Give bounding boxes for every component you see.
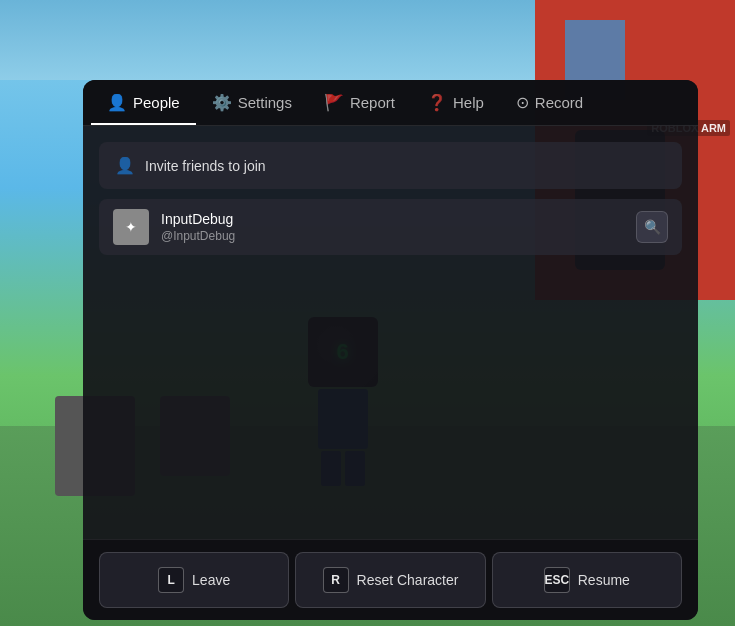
bottom-bar: L Leave R Reset Character ESC Resume [83, 539, 698, 620]
help-icon: ❓ [427, 95, 447, 111]
tab-people[interactable]: 👤 People [91, 80, 196, 125]
tab-settings[interactable]: ⚙️ Settings [196, 80, 308, 125]
record-icon: ⊙ [516, 95, 529, 111]
tab-help-label: Help [453, 94, 484, 111]
player-handle: @InputDebug [161, 229, 636, 243]
tab-help[interactable]: ❓ Help [411, 80, 500, 125]
invite-friends-row[interactable]: 👤 Invite friends to join [99, 142, 682, 189]
invite-friends-icon: 👤 [115, 156, 135, 175]
player-avatar [113, 209, 149, 245]
resume-label: Resume [578, 572, 630, 588]
tab-people-label: People [133, 94, 180, 111]
player-info: InputDebug @InputDebug [161, 211, 636, 243]
tab-settings-label: Settings [238, 94, 292, 111]
menu-overlay: 👤 People ⚙️ Settings 🚩 Report ❓ Help ⊙ R… [83, 80, 698, 620]
player-name: InputDebug [161, 211, 636, 227]
reset-character-label: Reset Character [357, 572, 459, 588]
tab-report[interactable]: 🚩 Report [308, 80, 411, 125]
player-search-button[interactable]: 🔍 [636, 211, 668, 243]
content-area: 👤 Invite friends to join InputDebug @Inp… [83, 126, 698, 539]
invite-friends-label: Invite friends to join [145, 158, 266, 174]
reset-character-button[interactable]: R Reset Character [295, 552, 485, 608]
tab-report-label: Report [350, 94, 395, 111]
people-icon: 👤 [107, 95, 127, 111]
tab-record-label: Record [535, 94, 583, 111]
tab-record[interactable]: ⊙ Record [500, 80, 599, 125]
search-icon: 🔍 [644, 219, 661, 235]
leave-label: Leave [192, 572, 230, 588]
resume-key: ESC [544, 567, 570, 593]
reset-key: R [323, 567, 349, 593]
player-row[interactable]: InputDebug @InputDebug 🔍 [99, 199, 682, 255]
resume-button[interactable]: ESC Resume [492, 552, 682, 608]
leave-key: L [158, 567, 184, 593]
settings-icon: ⚙️ [212, 95, 232, 111]
report-icon: 🚩 [324, 95, 344, 111]
leave-button[interactable]: L Leave [99, 552, 289, 608]
tab-nav: 👤 People ⚙️ Settings 🚩 Report ❓ Help ⊙ R… [83, 80, 698, 126]
